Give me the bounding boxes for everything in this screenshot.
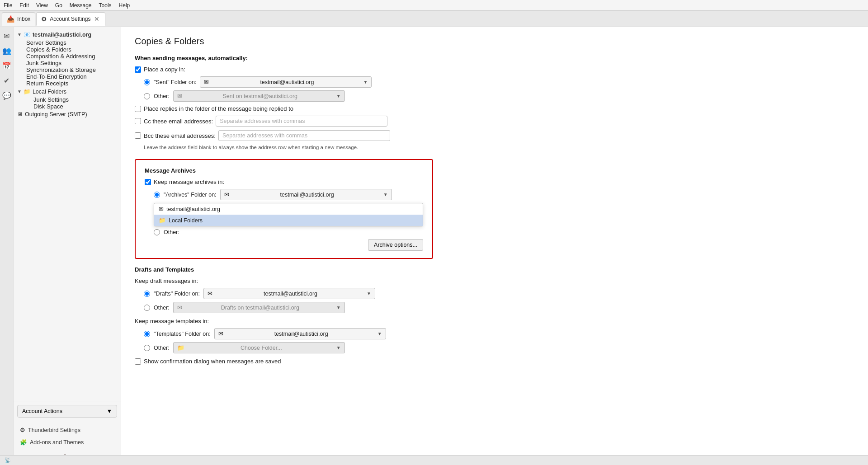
place-copy-label: Place a copy in: [144,66,185,73]
cc-checkbox[interactable] [135,118,141,124]
option-local-folders-label: Local Folders [169,217,203,224]
drafts-folder-icon: ✉ [208,290,212,297]
bcc-input[interactable] [218,130,390,141]
sidebar-item-outgoing-smtp[interactable]: 🖥 Outgoing Server (SMTP) [14,110,121,119]
archive-options-button[interactable]: Archive options... [368,239,423,251]
sent-folder-label: "Sent" Folder on: [154,79,196,85]
place-replies-checkbox[interactable] [135,106,141,112]
drafts-folder-dropdown[interactable]: ✉ testmail@autistici.org ▼ [203,288,375,299]
sidebar-icon-strip: ✉ 👥 📅 ✔ 💬 [0,27,14,465]
cc-input[interactable] [216,116,387,127]
keep-drafts-label: Keep draft messages in: [135,277,198,284]
settings-gear-icon: ⚙ [20,427,25,433]
drafts-dropdown-arrow-icon: ▼ [367,291,371,296]
drafts-other-arrow-icon: ▼ [336,305,341,310]
sidebar-local-folders-label: Local Folders [33,89,117,95]
place-copy-checkbox[interactable] [135,66,141,73]
tab-inbox[interactable]: 📥 Inbox [2,12,35,26]
settings-tab-icon: ⚙ [41,15,47,23]
sidebar-return-receipts-label: Return Receipts [26,80,68,87]
templates-folder-icon: ✉ [218,330,223,337]
local-folder-icon: 📁 [24,88,31,95]
local-expand-arrow-icon: ▼ [17,89,22,94]
keep-archives-checkbox[interactable] [145,179,151,185]
templates-other-value: Choose Folder... [241,345,282,351]
page-title: Copies & Folders [135,36,854,47]
message-archives-header: Message Archives [145,167,423,174]
other-copy-label: Other: [154,93,170,99]
account-actions-container: Account Actions ▼ [14,401,121,421]
account-actions-label: Account Actions [22,408,62,414]
sidebar-item-server-settings[interactable]: Server Settings [14,39,121,46]
sidebar-links: ⚙ Thunderbird Settings 🧩 Add-ons and The… [14,421,121,451]
sidebar-link-thunderbird-settings[interactable]: ⚙ Thunderbird Settings [17,425,117,435]
templates-folder-radio[interactable] [144,331,150,337]
addons-link-label: Add-ons and Themes [30,439,84,446]
drafts-other-radio[interactable] [144,305,150,311]
sent-folder-radio[interactable] [144,79,150,85]
menu-help[interactable]: Help [115,1,134,9]
status-bar: 📡 [0,455,868,465]
show-confirmation-checkbox[interactable] [135,358,141,365]
mail-icon[interactable]: ✉ [2,30,11,42]
menu-edit[interactable]: Edit [16,1,33,9]
templates-folder-dropdown[interactable]: ✉ testmail@autistici.org ▼ [214,328,386,339]
account-actions-chevron-icon: ▼ [107,408,112,414]
archives-folder-dropdown[interactable]: ✉ testmail@autistici.org ▼ [220,189,392,200]
dropdown-option-testmail[interactable]: ✉ testmail@autistici.org [154,203,423,215]
archives-other-row: Other: [154,229,423,235]
place-replies-label: Place replies in the folder of the messa… [144,105,293,112]
bcc-checkbox[interactable] [135,132,141,139]
sent-folder-dropdown[interactable]: ✉ testmail@autistici.org ▼ [200,76,372,88]
sidebar-item-disk-space[interactable]: Disk Space [14,103,121,110]
other-copy-row: Other: ✉ Sent on testmail@autistici.org … [144,90,854,102]
chat-icon[interactable]: 💬 [0,89,13,102]
archives-folder-radio[interactable] [154,192,160,198]
menu-file[interactable]: File [0,1,16,9]
calendar-icon[interactable]: 📅 [0,60,13,72]
sent-folder-icon: ✉ [204,79,209,85]
sidebar-item-composition-addressing[interactable]: Composition & Addressing [14,53,121,60]
sidebar-item-junk-settings[interactable]: Junk Settings [14,60,121,66]
tab-inbox-label: Inbox [17,16,30,22]
templates-dropdown-arrow-icon: ▼ [377,331,382,336]
sidebar-item-copies-folders[interactable]: Copies & Folders [14,46,121,53]
sidebar-composition-label: Composition & Addressing [26,53,95,60]
archives-folder-value: testmail@autistici.org [280,192,334,198]
menu-message[interactable]: Message [66,1,95,9]
menu-tools[interactable]: Tools [95,1,115,9]
drafts-other-dropdown[interactable]: ✉ Drafts on testmail@autistici.org ▼ [173,302,345,313]
sidebar-account-root[interactable]: ▼ 📧 testmail@autistici.org [14,30,121,39]
sidebar-local-folders[interactable]: ▼ 📁 Local Folders [14,87,121,96]
drafts-templates-header: Drafts and Templates [135,266,854,273]
contacts-icon[interactable]: 👥 [0,45,13,57]
menu-go[interactable]: Go [52,1,66,9]
sidebar-link-addons[interactable]: 🧩 Add-ons and Themes [17,437,117,447]
tab-bar: 📥 Inbox ⚙ Account Settings ✕ [0,11,868,27]
drafts-folder-group: "Drafts" Folder on: ✉ testmail@autistici… [144,288,854,313]
archives-folder-row: "Archives" Folder on: ✉ testmail@autisti… [154,189,423,200]
dropdown-option-local-folders[interactable]: 📁 Local Folders [154,215,423,226]
drafts-folder-radio[interactable] [144,291,150,297]
sidebar-item-return-receipts[interactable]: Return Receipts [14,80,121,87]
other-copy-radio[interactable] [144,93,150,99]
templates-other-label: Other: [154,345,170,351]
archives-folder-icon: ✉ [224,191,229,198]
templates-other-dropdown[interactable]: 📁 Choose Folder... ▼ [173,342,345,353]
sidebar-item-e2e[interactable]: End-To-End Encryption [14,73,121,80]
templates-other-radio[interactable] [144,345,150,351]
menu-view[interactable]: View [33,1,52,9]
tab-account-settings[interactable]: ⚙ Account Settings ✕ [36,12,105,26]
bcc-label: Bcc these email addresses: [144,132,216,139]
account-actions-button[interactable]: Account Actions ▼ [17,405,117,418]
archives-folder-dropdown-arrow-icon: ▼ [383,192,388,197]
sidebar-item-sync-storage[interactable]: Synchronization & Storage [14,66,121,73]
close-tab-icon[interactable]: ✕ [93,15,100,23]
sidebar-item-local-junk[interactable]: Junk Settings [14,96,121,103]
sidebar-account-label: testmail@autistici.org [33,32,117,38]
archives-other-radio[interactable] [154,229,160,235]
other-copy-dropdown[interactable]: ✉ Sent on testmail@autistici.org ▼ [173,90,345,102]
sent-folder-group: "Sent" Folder on: ✉ testmail@autistici.o… [144,76,854,102]
tasks-icon[interactable]: ✔ [2,75,11,87]
sidebar-sync-label: Synchronization & Storage [26,66,96,73]
